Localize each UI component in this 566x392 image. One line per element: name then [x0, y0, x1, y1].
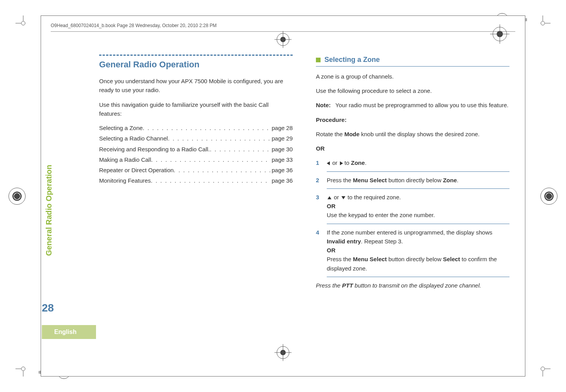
registration-mark-right	[540, 188, 557, 205]
step-row: 3 or to the required zone. OR Use the ke…	[316, 193, 509, 220]
nav-right-icon	[340, 161, 343, 165]
text-fragment: Rotate the	[316, 131, 344, 137]
nav-left-icon	[327, 161, 330, 165]
crop-mark-bottom-right	[535, 361, 551, 377]
step-divider	[327, 224, 509, 224]
text-fragment: to the required zone.	[346, 194, 401, 200]
crop-mark-top-left	[15, 15, 31, 31]
step-number: 3	[316, 193, 322, 220]
toc-leader	[168, 134, 270, 143]
step-body: or to the required zone. OR Use the keyp…	[327, 193, 509, 220]
text-fragment: .	[457, 177, 458, 183]
procedure-label: Procedure:	[316, 115, 509, 124]
or-label: OR	[316, 144, 509, 153]
subsection-bullet-icon	[316, 58, 321, 62]
toc-leader	[151, 155, 270, 164]
page-frame: O9Head_68007024014_b.book Page 28 Wednes…	[41, 15, 525, 377]
note-block: Note: Your radio must be preprogrammed t…	[316, 101, 509, 110]
toc-row: Making a Radio Call page 33	[99, 155, 293, 164]
text-fragment: Press the	[316, 282, 342, 289]
toc-label: Monitoring Features	[99, 176, 151, 185]
toc-leader	[174, 166, 270, 175]
toc-page: page 29	[270, 134, 293, 143]
subsection-heading: Selecting a Zone	[324, 55, 380, 65]
nav-down-icon	[341, 196, 345, 199]
running-header: O9Head_68007024014_b.book Page 28 Wednes…	[51, 23, 515, 28]
nav-up-icon	[328, 196, 331, 199]
text-fragment: Press the	[327, 177, 353, 183]
toc-label: Selecting a Zone	[99, 123, 143, 132]
right-column: Selecting a Zone A zone is a group of ch…	[316, 55, 509, 365]
toc-leader	[210, 145, 270, 154]
toc-row: Selecting a Radio Channel page 29	[99, 134, 293, 143]
step-row: 1 or to Zone.	[316, 158, 509, 167]
step-divider	[327, 171, 509, 172]
toc-leader	[151, 176, 270, 185]
toc-page: page 33	[270, 155, 293, 164]
or-label: OR	[327, 203, 336, 209]
text-fragment: button directly below	[387, 177, 443, 183]
text-fragment: If the zone number entered is unprogramm…	[327, 229, 492, 236]
text-fragment: Use the keypad to enter the zone number.	[327, 212, 435, 218]
toc-label: Repeater or Direct Operation	[99, 166, 174, 175]
toc-page: page 36	[270, 166, 293, 175]
mode-knob-label: Mode	[344, 131, 359, 137]
gutter-registration-top	[273, 30, 293, 49]
text-fragment: to	[343, 159, 351, 166]
svg-point-2	[21, 367, 25, 371]
procedure-rotate-line: Rotate the Mode knob until the display s…	[316, 130, 509, 139]
crop-mark-bottom-left	[15, 361, 31, 377]
menu-select-label: Menu Select	[353, 177, 387, 183]
side-tab: General Radio Operation	[42, 149, 57, 269]
body-paragraph: Use the following procedure to select a …	[316, 86, 509, 95]
step-number: 2	[316, 176, 322, 185]
subsection-heading-row: Selecting a Zone	[316, 55, 509, 65]
header-registration-icon	[490, 24, 509, 44]
zone-softkey-label: Zone	[443, 177, 457, 183]
page-number: 28	[42, 302, 54, 314]
toc-leader	[143, 123, 270, 132]
step-body: If the zone number entered is unprogramm…	[327, 228, 509, 273]
step-body: or to Zone.	[327, 158, 509, 167]
select-softkey-label: Select	[443, 256, 460, 262]
crop-mark-top-right	[535, 15, 551, 31]
text-fragment: .	[365, 159, 366, 166]
toc-page: page 30	[270, 145, 293, 154]
svg-point-1	[541, 21, 545, 25]
step-number: 4	[316, 228, 322, 273]
zone-softkey-label: Zone	[351, 159, 365, 166]
closing-instruction: Press the PTT button to transmit on the …	[316, 281, 509, 290]
text-fragment: button to transmit on the displayed zone…	[353, 282, 481, 289]
note-label: Note:	[316, 101, 331, 110]
text-fragment: or	[331, 159, 339, 166]
section-title: General Radio Operation	[99, 58, 293, 71]
toc-label: Making a Radio Call	[99, 155, 151, 164]
step-body: Press the Menu Select button directly be…	[327, 176, 509, 185]
registration-mark-left	[9, 188, 26, 205]
step-row: 2 Press the Menu Select button directly …	[316, 176, 509, 185]
menu-select-label: Menu Select	[353, 256, 387, 262]
text-fragment: button directly below	[387, 256, 443, 262]
toc-row: Selecting a Zone page 28	[99, 123, 293, 132]
ptt-label: PTT	[342, 282, 353, 289]
svg-point-0	[21, 21, 25, 25]
side-tab-label: General Radio Operation	[45, 165, 54, 256]
toc-label: Receiving and Responding to a Radio Call…	[99, 145, 210, 154]
intro-paragraph-1: Once you understand how your APX 7500 Mo…	[99, 77, 293, 95]
toc-row: Repeater or Direct Operation page 36	[99, 166, 293, 175]
language-label: English	[54, 329, 77, 336]
toc-row: Receiving and Responding to a Radio Call…	[99, 145, 293, 154]
invalid-entry-label: Invalid entry	[327, 238, 361, 245]
text-fragment: Press the	[327, 256, 353, 262]
step-row: 4 If the zone number entered is unprogra…	[316, 228, 509, 273]
toc-label: Selecting a Radio Channel	[99, 134, 168, 143]
title-dashed-rule	[99, 55, 293, 56]
intro-paragraph-2: Use this navigation guide to familiarize…	[99, 100, 293, 118]
text-fragment: or	[332, 194, 341, 200]
toc-page: page 36	[270, 176, 293, 185]
toc-row: Monitoring Features page 36	[99, 176, 293, 185]
note-body: Your radio must be preprogrammed to allo…	[335, 101, 508, 110]
body-paragraph: A zone is a group of channels.	[316, 72, 509, 81]
text-fragment: . Repeat Step 3.	[361, 238, 403, 245]
text-fragment: knob until the display shows the desired…	[360, 131, 480, 137]
